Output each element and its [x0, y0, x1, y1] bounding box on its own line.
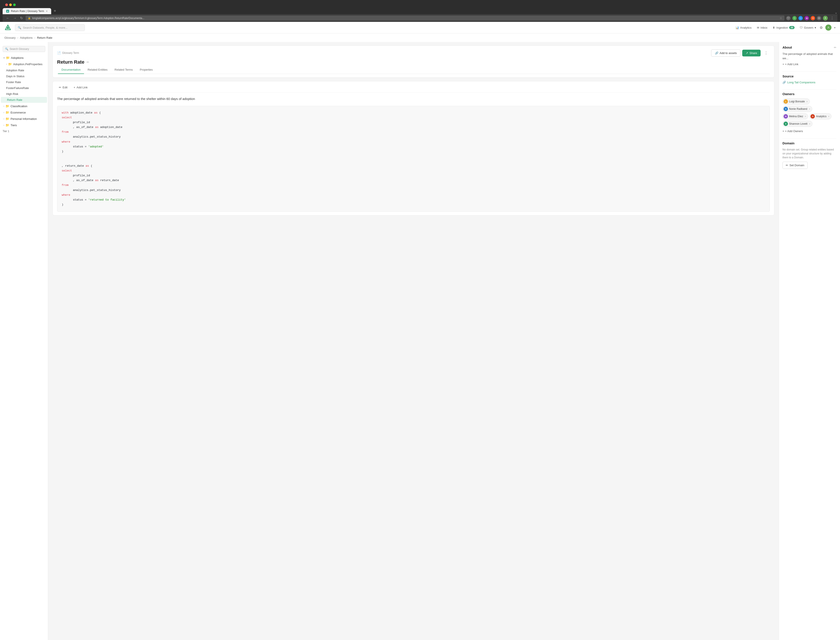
owners-title: Owners: [782, 92, 795, 96]
more-options-button[interactable]: ⋮: [762, 49, 770, 57]
user-menu-chevron-icon[interactable]: ▾: [834, 26, 836, 29]
right-panel: About ✏ The percentage of adopted animal…: [779, 42, 840, 640]
inbox-nav-item[interactable]: ✉ Inbox: [757, 26, 768, 29]
app-logo[interactable]: [4, 24, 11, 31]
owner-name-nonie: Nonie Radband: [789, 107, 807, 110]
active-tab[interactable]: ▲ Return Rate | Glossary Term ×: [3, 8, 51, 14]
extension-icon-4[interactable]: ◉: [805, 16, 809, 20]
about-add-link-button[interactable]: + + Add Link: [782, 62, 837, 66]
browser-tabs: ▲ Return Rate | Glossary Term × + ⌄: [3, 8, 837, 14]
extension-icon-6[interactable]: ⊞: [817, 16, 821, 20]
tab-title: Return Rate | Glossary Term: [11, 10, 44, 13]
ingestion-icon: ⬆: [773, 26, 775, 29]
sidebar-item-petproperties[interactable]: › 📁 Adoption.PetProperties: [1, 61, 47, 67]
extension-icon-1[interactable]: 🛡: [786, 16, 790, 20]
sidebar-item-days-in-status[interactable]: Days in Status: [0, 73, 48, 79]
owner-remove-shannon[interactable]: ×: [809, 123, 810, 125]
browser-menu-button[interactable]: ⋮: [829, 16, 835, 21]
new-tab-button[interactable]: +: [52, 8, 58, 14]
edit-doc-button[interactable]: ✏ Edit: [57, 85, 69, 90]
owner-remove-nonie[interactable]: ×: [809, 107, 810, 110]
browser-chrome: ▲ Return Rate | Glossary Term × + ⌄ ← → …: [0, 0, 840, 22]
tab-related-entities[interactable]: Related Entities: [84, 66, 111, 74]
source-link[interactable]: 🔗 Long Tail Companions: [782, 81, 837, 84]
term-title-row: Return Rate ✏: [57, 59, 770, 65]
sidebar-search-placeholder: Search Glossary: [10, 48, 29, 51]
sidebar-search-bar[interactable]: 🔍 Search Glossary: [3, 46, 45, 52]
sidebar-item-adoptions[interactable]: ▾ 📁 Adoptions: [1, 55, 47, 61]
owner-remove-luigi[interactable]: ×: [806, 100, 808, 103]
sidebar-item-tiers[interactable]: › 📁 Tiers: [1, 122, 47, 128]
sidebar-item-adoption-rate[interactable]: Adoption Rate: [0, 67, 48, 73]
sidebar-item-personal-info[interactable]: › 📁 Personal Information: [1, 116, 47, 122]
tab-documentation[interactable]: Documentation: [58, 66, 84, 74]
breadcrumb-sep-2: ›: [34, 36, 35, 39]
back-button[interactable]: ←: [5, 16, 11, 21]
breadcrumb-glossary[interactable]: Glossary: [4, 36, 16, 39]
glossary-badge: 📄 Glossary Term: [57, 51, 79, 55]
inbox-label: Inbox: [761, 26, 768, 29]
browser-extension-icons: 🛡 G ◎ ◉ ★ ⊞ A ⋮: [786, 16, 835, 21]
govern-chevron-icon: ▾: [814, 26, 816, 29]
share-arrow-icon: ↗: [746, 51, 748, 55]
sidebar-item-classification[interactable]: › 📁 Classification: [1, 103, 47, 109]
petproperties-folder-icon: 📁: [8, 62, 12, 66]
sidebar-item-return-rate[interactable]: Return Rate: [1, 97, 47, 103]
owner-remove-melina[interactable]: ×: [805, 115, 806, 118]
classification-folder-icon: 📁: [5, 104, 9, 108]
analytics-chart-icon: 📊: [736, 26, 739, 29]
about-title: About: [782, 45, 792, 49]
ingestion-nav-item[interactable]: ⬆ Ingestion 89: [773, 26, 795, 29]
add-owners-plus-icon: +: [782, 130, 784, 133]
edit-label: Edit: [62, 86, 67, 89]
forward-button[interactable]: →: [12, 16, 18, 21]
breadcrumb-adoptions[interactable]: Adoptions: [20, 36, 33, 39]
refresh-button[interactable]: ↻: [19, 16, 24, 21]
add-owners-button[interactable]: + + Add Owners: [782, 129, 837, 133]
tiers-folder-icon: 📁: [5, 123, 9, 127]
govern-nav-item[interactable]: 🛡 Govern ▾: [800, 26, 816, 29]
sidebar-item-high-risk[interactable]: High Risk: [0, 91, 48, 97]
breadcrumb-current: Return Rate: [37, 36, 52, 39]
tab-related-terms[interactable]: Related Terms: [111, 66, 136, 74]
share-button[interactable]: ↗ Share: [742, 50, 761, 56]
owner-avatar-analytics: A: [810, 114, 815, 118]
close-traffic-light[interactable]: [5, 3, 8, 6]
maximize-traffic-light[interactable]: [13, 3, 16, 6]
personal-info-folder-icon: 📁: [5, 117, 9, 120]
sidebar-item-foster-rate[interactable]: Foster Rate: [0, 79, 48, 85]
settings-button[interactable]: ⚙: [820, 26, 823, 30]
bookmark-icon[interactable]: ☆: [780, 16, 782, 20]
extension-icon-2[interactable]: G: [792, 16, 797, 20]
add-to-assets-button[interactable]: 🔗 Add to assets: [711, 50, 741, 57]
sidebar-item-foster-failure-rate[interactable]: FosterFailureRate: [0, 85, 48, 91]
glossary-doc-icon: 📄: [57, 51, 61, 55]
extension-icon-5[interactable]: ★: [811, 16, 815, 20]
browser-user-avatar[interactable]: A: [823, 16, 828, 21]
foster-rate-label: Foster Rate: [6, 80, 21, 84]
set-domain-pencil-icon: ✏: [786, 163, 788, 167]
share-label: Share: [749, 51, 757, 55]
url-bar[interactable]: 🔒 longtailcompanions.acryl.io/glossaryTe…: [26, 16, 784, 21]
term-edit-button[interactable]: ✏: [86, 60, 89, 64]
about-edit-button[interactable]: ✏: [834, 46, 837, 49]
extension-icon-3[interactable]: ◎: [798, 16, 803, 20]
owners-section: Owners L Luigi Bonsale × N Nonie Radband…: [782, 92, 837, 133]
analytics-nav-item[interactable]: 📊 Analytics: [736, 26, 752, 29]
sidebar-tiers-label: Tiers: [11, 123, 17, 127]
add-link-doc-button[interactable]: + Add Link: [72, 85, 89, 90]
user-avatar[interactable]: A: [826, 24, 832, 30]
breadcrumb-sep-1: ›: [17, 36, 18, 39]
inbox-icon: ✉: [757, 26, 759, 29]
sidebar-item-ecommerce[interactable]: › 📁 Ecommerce: [1, 109, 47, 115]
tab-close-button[interactable]: ×: [46, 10, 48, 13]
browser-expand-button[interactable]: ⌄: [835, 11, 837, 14]
global-search-bar[interactable]: 🔍 Search Datasets, People, & more...: [15, 24, 85, 31]
minimize-traffic-light[interactable]: [9, 3, 12, 6]
owner-remove-analytics[interactable]: ×: [828, 115, 829, 118]
owner-name-melina: Melina Eliez: [789, 115, 803, 118]
source-link-icon: 🔗: [782, 81, 786, 84]
set-domain-button[interactable]: ✏ Set Domain: [782, 162, 808, 169]
tab-properties[interactable]: Properties: [136, 66, 156, 74]
tab-favicon: ▲: [6, 10, 9, 13]
